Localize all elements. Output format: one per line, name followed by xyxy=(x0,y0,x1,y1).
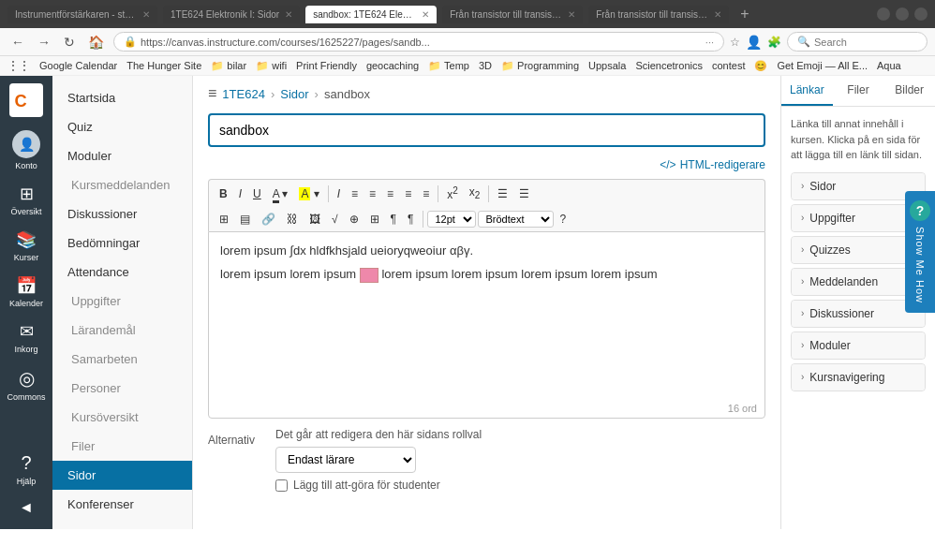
help-toolbar-btn[interactable]: ? xyxy=(556,211,571,228)
underline-button[interactable]: U xyxy=(248,185,266,202)
bookmark-uppsala[interactable]: Uppsala xyxy=(588,60,626,71)
maximize-btn[interactable] xyxy=(896,7,909,21)
nav-help[interactable]: ? Hjälp xyxy=(3,447,50,492)
new-tab-button[interactable]: + xyxy=(735,6,754,22)
subscript-btn[interactable]: x2 xyxy=(465,184,485,202)
nav-overview[interactable]: ⊞ Översikt xyxy=(3,178,50,222)
italic-button[interactable]: I xyxy=(234,185,246,202)
bookmark-star[interactable]: ☆ xyxy=(730,36,740,49)
highlight-button[interactable]: A ▾ xyxy=(294,185,323,202)
bookmark-google-calendar[interactable]: Google Calendar xyxy=(39,60,117,71)
browser-tab-5[interactable]: Från transistor till transistorfö... ✕ xyxy=(588,6,729,23)
rtl-btn[interactable]: ¶ xyxy=(386,211,401,228)
rollval-select[interactable]: Endast lärare Alla Lärare och TA xyxy=(275,447,416,473)
search-input[interactable] xyxy=(814,37,908,48)
close-btn[interactable] xyxy=(914,7,928,21)
tab-files[interactable]: Filer xyxy=(833,76,884,106)
tab-close-4[interactable]: ✕ xyxy=(568,9,575,20)
nav-quiz[interactable]: Quiz xyxy=(52,112,192,141)
bookmark-contest[interactable]: contest xyxy=(712,60,745,71)
nav-account[interactable]: 👤 Konto xyxy=(3,125,50,176)
numbered-list-btn[interactable]: ☰ xyxy=(514,185,534,202)
extension-icon[interactable]: 🧩 xyxy=(767,36,781,49)
italic-style-btn[interactable]: I xyxy=(333,185,345,202)
canvas-logo[interactable]: C xyxy=(9,83,43,117)
show-me-how-button[interactable]: ? Show Me How xyxy=(905,191,935,313)
bookmark-emoji[interactable]: 😊 xyxy=(754,60,767,72)
profile-icon[interactable]: 👤 xyxy=(746,35,762,50)
tab-close-3[interactable]: ✕ xyxy=(422,9,429,20)
nav-samarbeten[interactable]: Samarbeten xyxy=(52,345,192,374)
reload-button[interactable]: ↻ xyxy=(60,33,79,52)
nav-lärandemål[interactable]: Lärandemål xyxy=(52,316,192,345)
bookmark-temp[interactable]: 📁 Temp xyxy=(428,60,469,72)
tab-close-2[interactable]: ✕ xyxy=(285,9,292,20)
bookmark-wifi[interactable]: 📁 wifi xyxy=(256,60,287,72)
table-btn[interactable]: ⊞ xyxy=(215,211,233,228)
formula-btn[interactable]: √ xyxy=(327,211,343,228)
bookmark-bilar[interactable]: 📁 bilar xyxy=(211,60,246,72)
nav-courses[interactable]: 📚 Kurser xyxy=(3,224,50,268)
hamburger-icon[interactable]: ≡ xyxy=(208,85,216,102)
align-right-btn[interactable]: ≡ xyxy=(382,185,398,202)
forward-button[interactable]: → xyxy=(34,33,54,52)
media-btn[interactable]: ▤ xyxy=(235,211,255,228)
browser-tab-2[interactable]: 1TE624 Elektronik I: Sidor ✕ xyxy=(163,6,300,23)
nav-attendance[interactable]: Attendance xyxy=(52,258,192,287)
html-editor-button[interactable]: </> HTML-redigerare xyxy=(660,158,765,171)
font-color-button[interactable]: A ▾ xyxy=(268,185,293,202)
nav-uppgifter[interactable]: Uppgifter xyxy=(52,287,192,316)
tab-close-1[interactable]: ✕ xyxy=(142,9,150,20)
back-button[interactable]: ← xyxy=(7,33,28,52)
accordion-header-kursnavigering[interactable]: › Kursnavigering xyxy=(792,364,925,391)
ltr-btn[interactable]: ¶ xyxy=(403,211,418,228)
accordion-moduler[interactable]: › Moduler xyxy=(791,332,926,360)
nav-inställningar[interactable]: Inställningar xyxy=(52,519,192,529)
font-size-select[interactable]: 12pt 8pt 10pt 14pt xyxy=(427,211,476,228)
nav-kursmeddelanden[interactable]: Kursmeddelanden xyxy=(52,170,192,199)
nav-startsida[interactable]: Startsida xyxy=(52,83,192,112)
browser-tab-4[interactable]: Från transistor till transistorfö... ✕ xyxy=(442,6,583,23)
insert-btn[interactable]: ⊞ xyxy=(365,211,384,228)
unlink-btn[interactable]: ⛓ xyxy=(282,211,303,228)
page-title-input[interactable] xyxy=(208,113,765,147)
embed-btn[interactable]: ⊕ xyxy=(345,211,364,228)
bookmark-apps-icon[interactable]: ⋮⋮ xyxy=(7,59,30,72)
style-select[interactable]: Brödtext Heading 1 Heading 2 xyxy=(478,211,554,228)
nav-diskussioner[interactable]: Diskussioner xyxy=(52,199,192,228)
bookmark-aqua[interactable]: Aqua xyxy=(877,60,901,71)
bookmark-3d[interactable]: 3D xyxy=(479,60,492,71)
image-btn[interactable]: 🖼 xyxy=(304,211,325,228)
browser-tab-3-active[interactable]: sandbox: 1TE624 Elektronik I ✕ xyxy=(305,6,437,23)
nav-kursöversikt[interactable]: Kursöversikt xyxy=(52,403,192,432)
att-gora-checkbox[interactable] xyxy=(275,479,288,492)
breadcrumb-course[interactable]: 1TE624 xyxy=(222,87,265,101)
nav-personer[interactable]: Personer xyxy=(52,374,192,403)
nav-moduler[interactable]: Moduler xyxy=(52,141,192,170)
align-left-btn[interactable]: ≡ xyxy=(347,185,363,202)
superscript-btn[interactable]: x2 xyxy=(442,184,463,203)
nav-collapse[interactable]: ◄ xyxy=(3,494,50,522)
nav-commons[interactable]: ◎ Commons xyxy=(3,361,50,407)
editor-area[interactable]: lorem ipsum ∫dx hldfkhsjald ueioryqweoiu… xyxy=(208,231,765,419)
bullet-list-btn[interactable]: ☰ xyxy=(493,185,512,202)
breadcrumb-pages[interactable]: Sidor xyxy=(280,87,308,101)
search-box[interactable]: 🔍 xyxy=(787,32,928,52)
indent-btn[interactable]: ≡ xyxy=(418,185,434,202)
nav-inbox[interactable]: ✉ Inkorg xyxy=(3,316,50,360)
align-justify-btn[interactable]: ≡ xyxy=(400,185,416,202)
bookmark-geocaching[interactable]: geocaching xyxy=(366,60,419,71)
tab-close-5[interactable]: ✕ xyxy=(714,9,721,20)
minimize-btn[interactable] xyxy=(877,7,890,21)
nav-konferenser[interactable]: Konferenser xyxy=(52,490,192,519)
url-options[interactable]: ··· xyxy=(705,37,714,48)
bookmark-print[interactable]: Print Friendly xyxy=(296,60,357,71)
nav-calendar[interactable]: 📅 Kalender xyxy=(3,270,50,314)
home-button[interactable]: 🏠 xyxy=(84,33,108,52)
bookmark-programming[interactable]: 📁 Programming xyxy=(501,60,579,72)
url-bar[interactable]: 🔒 https://canvas.instructure.com/courses… xyxy=(113,32,724,52)
accordion-kursnavigering[interactable]: › Kursnavigering xyxy=(791,363,926,391)
align-center-btn[interactable]: ≡ xyxy=(364,185,380,202)
bookmark-sciencetronics[interactable]: Sciencetronics xyxy=(635,60,703,71)
link-btn[interactable]: 🔗 xyxy=(257,211,280,228)
